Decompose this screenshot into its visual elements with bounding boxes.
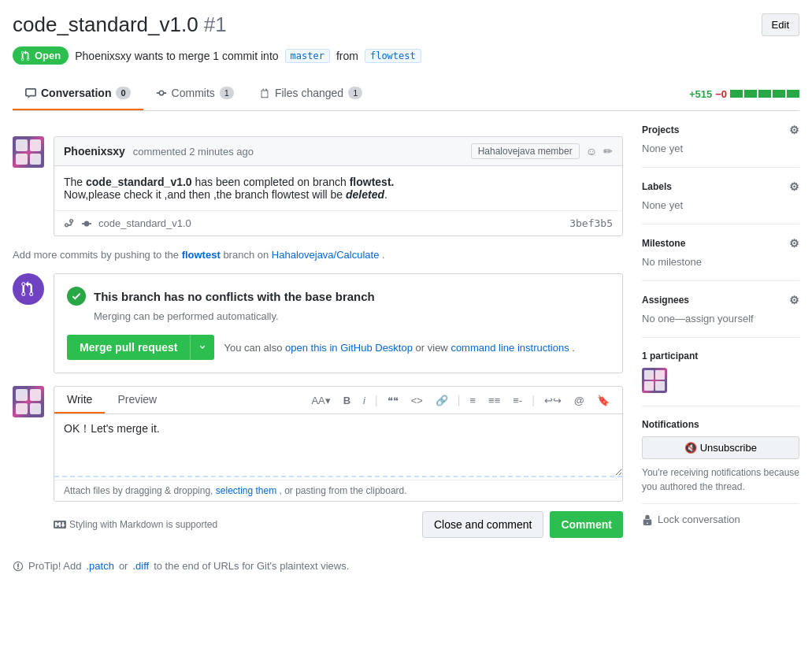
- files-icon: [259, 87, 270, 98]
- sidebar-milestone-title: Milestone ⚙: [642, 237, 799, 250]
- diff-bar-1: [730, 90, 743, 98]
- sidebar-labels-value: None yet: [642, 199, 799, 211]
- merge-status-text: This branch has no conflicts with the ba…: [94, 290, 375, 303]
- toolbar-unordered-list[interactable]: ≡: [466, 393, 479, 408]
- sidebar-participants: 1 participant: [642, 338, 799, 406]
- open-badge: Open: [13, 46, 69, 65]
- diff-bar-5: [787, 90, 799, 98]
- attach-link[interactable]: selecting them: [216, 485, 276, 496]
- comment-header: Phoenixsxy commented 2 minutes ago Hahal…: [54, 137, 622, 166]
- toolbar-link[interactable]: 🔗: [432, 393, 451, 408]
- merge-box: This branch has no conflicts with the ba…: [54, 273, 623, 373]
- merge-pull-request-button[interactable]: Merge pull request: [67, 335, 190, 360]
- toolbar-code[interactable]: <>: [408, 393, 426, 408]
- branch-bold: flowtest.: [350, 176, 395, 188]
- patch-link[interactable]: .patch: [86, 560, 113, 572]
- tab-preview[interactable]: Preview: [105, 387, 169, 413]
- comment-author[interactable]: Phoenixsxy: [64, 145, 125, 158]
- comment-submit-button[interactable]: Comment: [550, 511, 623, 538]
- diff-bar-4: [773, 90, 785, 98]
- edit-comment-icon[interactable]: ✏: [603, 145, 613, 158]
- tab-files-changed[interactable]: Files changed 1: [247, 77, 375, 110]
- lock-conversation[interactable]: Lock conversation: [642, 503, 799, 525]
- comment-badges: Hahalovejava member ☺ ✏: [471, 143, 613, 159]
- sidebar-milestone-value: No milestone: [642, 256, 799, 268]
- write-box: Write Preview AA▾ B i | ❝❝ <> 🔗 |: [54, 386, 623, 502]
- toolbar-bold[interactable]: B: [340, 393, 354, 408]
- labels-gear-icon[interactable]: ⚙: [789, 180, 799, 193]
- protip: ProTip! Add .patch or .diff to the end o…: [13, 560, 623, 572]
- sidebar-projects-value: None yet: [642, 143, 799, 154]
- tab-commits[interactable]: Commits 1: [143, 77, 247, 110]
- checkmark-icon: [71, 291, 82, 302]
- deletions-count: −0: [715, 88, 727, 100]
- close-and-comment-button[interactable]: Close and comment: [422, 511, 544, 538]
- assignees-gear-icon[interactable]: ⚙: [789, 294, 799, 306]
- sidebar-projects-title: Projects ⚙: [642, 124, 799, 136]
- toolbar-text-size[interactable]: AA▾: [308, 393, 333, 408]
- sidebar-labels-title: Labels ⚙: [642, 180, 799, 193]
- push-branch-link[interactable]: flowtest: [182, 249, 221, 261]
- comment-meta: Phoenixsxy commented 2 minutes ago: [64, 145, 254, 158]
- write-section: Write Preview AA▾ B i | ❝❝ <> 🔗 |: [13, 386, 623, 547]
- sidebar-labels: Labels ⚙ None yet: [642, 168, 799, 224]
- sidebar-notifications: Notifications 🔇 Unsubscribe You're recei…: [642, 406, 799, 538]
- sidebar-projects: Projects ⚙ None yet: [642, 124, 799, 168]
- edit-button[interactable]: Edit: [762, 13, 799, 36]
- commit-hash: 3bef3b5: [569, 217, 613, 229]
- merge-icon: [20, 50, 32, 61]
- merge-subtitle: Merging can be performed automatically.: [94, 310, 610, 322]
- tab-conversation-label: Conversation: [41, 87, 111, 99]
- tab-files-count: 1: [348, 87, 362, 99]
- base-branch-label[interactable]: master: [285, 49, 330, 63]
- emoji-icon[interactable]: ☺: [586, 145, 597, 158]
- toolbar-bookmark[interactable]: 🔖: [594, 393, 613, 408]
- toolbar-italic[interactable]: i: [360, 393, 369, 408]
- commit-name[interactable]: code_standard_v1.0: [98, 217, 191, 229]
- protip-or: or: [119, 560, 128, 572]
- markdown-label: Styling with Markdown is supported: [69, 519, 217, 530]
- diff-link[interactable]: .diff: [132, 560, 149, 572]
- milestone-gear-icon[interactable]: ⚙: [789, 237, 799, 250]
- merge-dropdown-button[interactable]: [190, 335, 214, 360]
- comment-actions[interactable]: ☺ ✏: [586, 145, 613, 158]
- additions-count: +515: [689, 88, 712, 100]
- toolbar-quote[interactable]: ❝❝: [384, 393, 402, 408]
- tab-files-label: Files changed: [275, 87, 343, 99]
- comment-body: The code_standard_v1.0 has been complete…: [54, 166, 622, 210]
- markdown-icon: [54, 518, 66, 531]
- open-desktop-link[interactable]: open this in GitHub Desktop: [285, 342, 413, 354]
- toolbar-mention[interactable]: @: [571, 393, 588, 408]
- merge-icon-circle: [13, 273, 44, 305]
- commits-icon: [156, 87, 167, 98]
- merge-status: This branch has no conflicts with the ba…: [67, 287, 610, 306]
- projects-gear-icon[interactable]: ⚙: [789, 124, 799, 136]
- commit-ref: code_standard_v1.0 3bef3b5: [54, 210, 622, 235]
- comment-textarea[interactable]: OK！Let's merge it.: [54, 414, 622, 477]
- branch-icon: [64, 218, 75, 229]
- tab-write[interactable]: Write: [54, 387, 105, 413]
- write-footer-actions: Close and comment Comment: [422, 511, 623, 538]
- toolbar-ordered-list[interactable]: ≡≡: [485, 393, 503, 408]
- toolbar-reply[interactable]: ↩↪: [541, 393, 565, 408]
- pr-number: #1: [204, 13, 227, 36]
- diff-bar-2: [744, 90, 757, 98]
- lock-label: Lock conversation: [658, 514, 740, 525]
- sidebar-milestone: Milestone ⚙ No milestone: [642, 224, 799, 281]
- chevron-down-icon: [198, 343, 206, 351]
- git-merge-icon: [20, 281, 36, 297]
- push-repo-link[interactable]: Hahalovejava/Calculate: [272, 249, 380, 261]
- main-layout: Phoenixsxy commented 2 minutes ago Hahal…: [13, 124, 799, 572]
- command-line-link[interactable]: command line instructions: [450, 342, 569, 354]
- write-tabs: Write Preview AA▾ B i | ❝❝ <> 🔗 |: [54, 387, 622, 414]
- commit-dot-icon: [81, 218, 92, 229]
- toolbar-task-list[interactable]: ≡-: [510, 393, 525, 408]
- tab-conversation[interactable]: Conversation 0: [13, 77, 143, 110]
- push-notice: Add more commits by pushing to the flowt…: [13, 249, 623, 261]
- participant-avatar: [642, 368, 667, 393]
- sidebar-assignees-value: No one—assign yourself: [642, 313, 799, 324]
- unsubscribe-button[interactable]: 🔇 Unsubscribe: [642, 436, 799, 459]
- merge-also-text: You can also open this in GitHub Desktop…: [224, 342, 574, 354]
- sidebar: Projects ⚙ None yet Labels ⚙ None yet Mi…: [642, 124, 799, 572]
- head-branch-label[interactable]: flowtest: [365, 49, 421, 63]
